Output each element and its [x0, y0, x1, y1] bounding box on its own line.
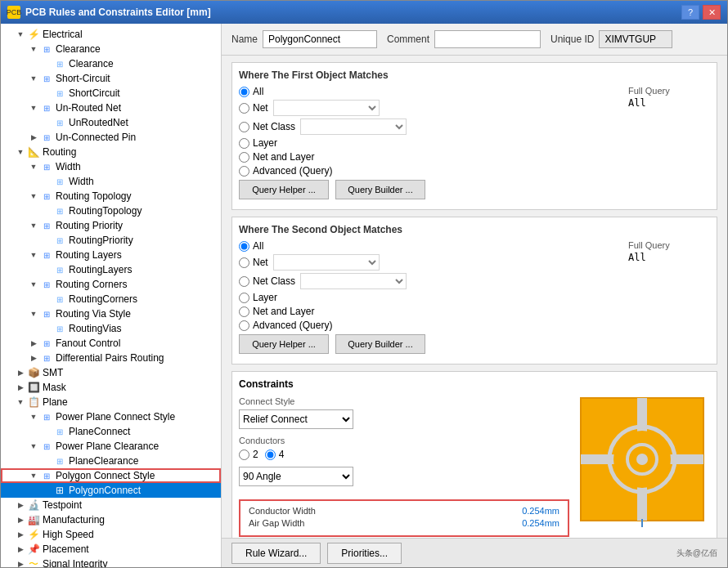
conductor-2-radio[interactable] [239, 449, 249, 460]
radio-all-first-input[interactable] [239, 87, 249, 97]
tree-item-signal-integrity[interactable]: ▶ 〜 Signal Integrity [1, 557, 221, 567]
constraints-section: Constraints Connect Style Relief Connect… [231, 371, 717, 538]
radio-netclass-second[interactable]: Net Class [239, 273, 615, 289]
leaf-icon: ⊞ [53, 57, 66, 70]
radio-netandlayer-first[interactable]: Net and Layer [239, 151, 615, 163]
priorities-button[interactable]: Priorities... [327, 543, 402, 564]
connect-style-dropdown[interactable]: Relief Connect Direct Connect No Connect [239, 409, 353, 429]
radio-all-first[interactable]: All [239, 86, 615, 97]
tree-item-polygonconnect-leaf[interactable]: ⊞ PolygonConnect [1, 483, 221, 498]
expand-icon: ▶ [14, 499, 27, 512]
first-object-title: Where The First Object Matches [239, 69, 710, 81]
constraints-body: Connect Style Relief Connect Direct Conn… [239, 396, 710, 537]
radio-advanced-first[interactable]: Advanced (Query) [239, 165, 615, 177]
tree-item-routing-layers-leaf[interactable]: ⊞ RoutingLayers [1, 262, 221, 277]
expand-icon: ▼ [27, 190, 40, 203]
tree-item-plane[interactable]: ▼ 📋 Plane [1, 395, 221, 409]
tree-item-routing-topology-group[interactable]: ▼ ⊞ Routing Topology [1, 189, 221, 203]
radio-net-second-input[interactable] [239, 257, 249, 268]
tree-item-manufacturing[interactable]: ▶ 🏭 Manufacturing [1, 512, 221, 527]
tree-item-mask[interactable]: ▶ 🔲 Mask [1, 380, 221, 395]
leaf-icon: ⊞ [53, 204, 66, 217]
conductor-4-label[interactable]: 4 [265, 449, 285, 460]
radio-layer-second-input[interactable] [239, 293, 249, 303]
radio-layer-first-input[interactable] [239, 138, 249, 149]
name-input[interactable] [263, 30, 377, 48]
radio-netclass-first-input[interactable] [239, 122, 249, 132]
tree-item-routing-corners-leaf[interactable]: ⊞ RoutingCorners [1, 292, 221, 306]
conductor-4-radio[interactable] [265, 449, 276, 460]
radio-netclass-first[interactable]: Net Class [239, 119, 615, 135]
radio-advanced-first-input[interactable] [239, 166, 249, 177]
tree-item-electrical[interactable]: ▼ ⚡ Electrical [1, 27, 221, 42]
first-object-options: All Net Net Class [239, 86, 615, 203]
tree-item-placement[interactable]: ▶ 📌 Placement [1, 542, 221, 557]
net-second-dropdown[interactable] [273, 254, 380, 271]
query-helper-first-btn[interactable]: Query Helper ... [239, 180, 329, 199]
tree-item-polygon-connect-group[interactable]: ▼ ⊞ Polygon Connect Style [1, 468, 221, 483]
query-helper-second-btn[interactable]: Query Helper ... [239, 334, 329, 354]
tree-item-testpoint[interactable]: ▶ 🔬 Testpoint [1, 498, 221, 512]
tree-item-routing-topology-leaf[interactable]: ⊞ RoutingTopology [1, 203, 221, 218]
tree-item-unrouted-leaf[interactable]: ⊞ UnRoutedNet [1, 115, 221, 130]
name-label: Name [231, 34, 258, 45]
leaf-icon: ⊞ [53, 322, 66, 335]
radio-layer-first[interactable]: Layer [239, 137, 615, 149]
angle-dropdown[interactable]: 90 Angle 45 Angle [239, 467, 353, 486]
query-builder-first-btn[interactable]: Query Builder ... [335, 180, 425, 199]
second-object-title: Where The Second Object Matches [239, 224, 710, 235]
tree-container[interactable]: ▼ ⚡ Electrical ▼ ⊞ Clearance ⊞ Clearance [1, 24, 221, 567]
radio-netandlayer-first-input[interactable] [239, 152, 249, 163]
tree-item-power-plane-clearance-group[interactable]: ▼ ⊞ Power Plane Clearance [1, 439, 221, 454]
tree-item-routing-corners-group[interactable]: ▼ ⊞ Routing Corners [1, 277, 221, 292]
close-button[interactable]: ✕ [703, 5, 721, 20]
tree-item-routing-layers-group[interactable]: ▼ ⊞ Routing Layers [1, 248, 221, 262]
tree-item-shortcircuit-leaf[interactable]: ⊞ ShortCircuit [1, 86, 221, 101]
expand-icon: ▼ [27, 248, 40, 262]
tree-item-width-leaf[interactable]: ⊞ Width [1, 174, 221, 189]
tree-item-diff-pairs-group[interactable]: ▶ ⊞ Differential Pairs Routing [1, 351, 221, 365]
tree-item-unrouted-group[interactable]: ▼ ⊞ Un-Routed Net [1, 101, 221, 115]
net-first-dropdown[interactable] [273, 100, 380, 116]
tree-item-power-plane-connect-group[interactable]: ▼ ⊞ Power Plane Connect Style [1, 409, 221, 424]
tree-item-routing-priority-group[interactable]: ▼ ⊞ Routing Priority [1, 218, 221, 233]
tree-item-clearance-leaf[interactable]: ⊞ Clearance [1, 56, 221, 71]
app-icon: PCB [7, 6, 20, 19]
tree-item-routing-priority-leaf[interactable]: ⊞ RoutingPriority [1, 233, 221, 248]
tree-item-routing-via-group[interactable]: ▼ ⊞ Routing Via Style [1, 306, 221, 321]
conductor-2-label[interactable]: 2 [239, 449, 258, 460]
rule-wizard-button[interactable]: Rule Wizard... [231, 543, 321, 564]
tree-item-planeclearance-leaf[interactable]: ⊞ PlaneClearance [1, 454, 221, 468]
radio-layer-second[interactable]: Layer [239, 292, 615, 303]
leaf-icon: ⊞ [53, 87, 66, 100]
conductors-label: Conductors [239, 436, 569, 445]
help-button[interactable]: ? [681, 5, 699, 20]
rule-icon: ⊞ [40, 337, 53, 350]
radio-netandlayer-second-input[interactable] [239, 306, 249, 317]
netclass-first-dropdown[interactable] [300, 119, 407, 135]
radio-net-first[interactable]: Net [239, 100, 615, 116]
radio-netclass-second-input[interactable] [239, 276, 249, 287]
radio-all-second-input[interactable] [239, 241, 249, 252]
tree-item-fanout-group[interactable]: ▶ ⊞ Fanout Control [1, 336, 221, 351]
radio-net-first-input[interactable] [239, 103, 249, 114]
expand-icon: ▶ [27, 337, 40, 350]
tree-item-routing[interactable]: ▼ 📐 Routing [1, 145, 221, 159]
netclass-second-dropdown[interactable] [300, 273, 407, 289]
comment-input[interactable] [434, 30, 541, 48]
tree-item-unconnected-group[interactable]: ▶ ⊞ Un-Connected Pin [1, 130, 221, 145]
query-builder-second-btn[interactable]: Query Builder ... [335, 334, 425, 354]
radio-all-second[interactable]: All [239, 240, 615, 252]
tree-item-width-group[interactable]: ▼ ⊞ Width [1, 159, 221, 174]
tree-item-routing-via-leaf[interactable]: ⊞ RoutingVias [1, 321, 221, 336]
radio-netandlayer-second[interactable]: Net and Layer [239, 306, 615, 317]
second-object-options: All Net Net Class [239, 240, 615, 357]
radio-advanced-second[interactable]: Advanced (Query) [239, 320, 615, 331]
radio-net-second[interactable]: Net [239, 254, 615, 271]
tree-item-smt[interactable]: ▶ 📦 SMT [1, 365, 221, 380]
radio-advanced-second-input[interactable] [239, 320, 249, 331]
tree-item-high-speed[interactable]: ▶ ⚡ High Speed [1, 527, 221, 542]
tree-item-shortcircuit-group[interactable]: ▼ ⊞ Short-Circuit [1, 71, 221, 86]
tree-item-planeconnect-leaf[interactable]: ⊞ PlaneConnect [1, 424, 221, 439]
tree-item-clearance-group[interactable]: ▼ ⊞ Clearance [1, 42, 221, 56]
